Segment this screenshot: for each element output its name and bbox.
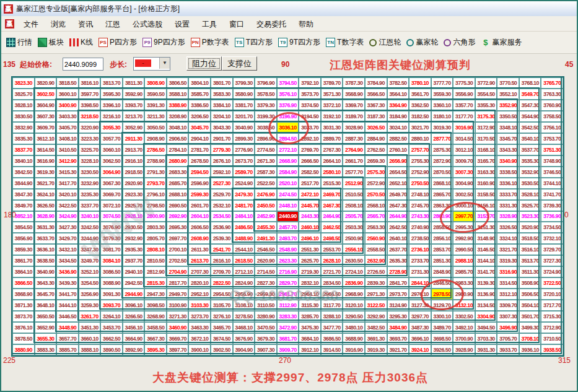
- matrix-cell[interactable]: 3549.70: [519, 89, 541, 100]
- matrix-cell[interactable]: 2584.90: [277, 167, 299, 178]
- matrix-cell[interactable]: 3170.50: [475, 133, 497, 144]
- matrix-cell[interactable]: 3792.10: [299, 77, 321, 89]
- matrix-cell[interactable]: 3729.70: [541, 244, 563, 255]
- matrix-cell[interactable]: 3105.70: [211, 300, 233, 311]
- matrix-cell[interactable]: 3400.90: [56, 100, 79, 111]
- matrix-cell[interactable]: 2493.70: [277, 233, 299, 244]
- matrix-cell[interactable]: 2743.30: [409, 211, 431, 222]
- toolbar-item[interactable]: 江恩轮: [369, 37, 401, 48]
- matrix-cell[interactable]: 2875.30: [431, 144, 453, 155]
- matrix-cell[interactable]: 3177.70: [453, 111, 475, 122]
- matrix-cell[interactable]: 3832.90: [12, 122, 35, 133]
- matrix-cell[interactable]: 3134.50: [475, 300, 497, 311]
- matrix-cell[interactable]: 2712.10: [233, 266, 255, 277]
- matrix-cell[interactable]: 2618.50: [233, 255, 255, 266]
- matrix-cell[interactable]: 3007.30: [453, 167, 475, 178]
- matrix-cell[interactable]: 2880.10: [409, 133, 431, 144]
- matrix-cell[interactable]: 3252.10: [79, 266, 101, 277]
- matrix-cell[interactable]: 3040.90: [233, 122, 255, 133]
- matrix-cell[interactable]: 2570.50: [365, 189, 387, 200]
- matrix-cell[interactable]: 3907.30: [255, 344, 277, 355]
- matrix-cell[interactable]: 2649.70: [387, 189, 409, 200]
- matrix-cell[interactable]: 3636.10: [35, 244, 57, 255]
- matrix-cell[interactable]: 2623.30: [277, 255, 299, 266]
- matrix-cell[interactable]: 3429.70: [56, 233, 79, 244]
- matrix-cell[interactable]: 3895.30: [144, 344, 167, 355]
- matrix-cell[interactable]: 3537.70: [519, 144, 541, 155]
- matrix-cell[interactable]: 2810.50: [144, 255, 167, 266]
- matrix-cell[interactable]: 3069.70: [100, 189, 123, 200]
- matrix-cell[interactable]: 2930.50: [123, 222, 145, 233]
- matrix-cell[interactable]: 3844.90: [12, 178, 35, 189]
- matrix-cell[interactable]: 2491.30: [255, 233, 277, 244]
- matrix-cell[interactable]: 2656.90: [387, 155, 409, 167]
- matrix-cell[interactable]: 3067.30: [100, 178, 123, 189]
- matrix-cell[interactable]: 3787.30: [343, 77, 365, 89]
- matrix-cell[interactable]: 3921.70: [387, 344, 409, 355]
- matrix-cell[interactable]: 2935.30: [123, 244, 145, 255]
- matrix-cell[interactable]: 3427.30: [56, 222, 79, 233]
- matrix-cell[interactable]: 2832.10: [299, 277, 321, 289]
- matrix-cell[interactable]: 2755.30: [409, 155, 431, 167]
- toolbar-item[interactable]: TST四方形: [235, 37, 273, 48]
- matrix-cell[interactable]: 2616.10: [211, 255, 233, 266]
- menu-item[interactable]: 窗口: [223, 18, 250, 30]
- matrix-cell[interactable]: 3048.10: [167, 122, 189, 133]
- matrix-cell[interactable]: 2443.30: [299, 211, 321, 222]
- matrix-cell[interactable]: 2971.30: [365, 289, 387, 300]
- matrix-cell[interactable]: 3216.10: [100, 111, 123, 122]
- matrix-cell[interactable]: 3081.70: [100, 244, 123, 255]
- matrix-cell[interactable]: 3492.10: [453, 322, 475, 333]
- matrix-cell[interactable]: 2726.50: [365, 266, 387, 277]
- matrix-cell[interactable]: 2455.30: [255, 222, 277, 233]
- matrix-cell[interactable]: 2769.70: [299, 144, 321, 155]
- matrix-cell[interactable]: 3885.70: [56, 344, 79, 355]
- matrix-cell[interactable]: 3619.30: [35, 167, 57, 178]
- matrix-cell[interactable]: 2961.70: [277, 289, 299, 300]
- matrix-cell[interactable]: 3271.30: [167, 311, 189, 322]
- matrix-cell[interactable]: 2868.10: [431, 178, 453, 189]
- matrix-cell[interactable]: 3415.30: [56, 167, 79, 178]
- matrix-cell[interactable]: 3460.90: [167, 322, 189, 333]
- matrix-cell[interactable]: 3628.90: [35, 211, 57, 222]
- matrix-cell[interactable]: 2486.50: [233, 222, 255, 233]
- matrix-cell[interactable]: 3451.30: [79, 322, 101, 333]
- matrix-cell[interactable]: 3799.30: [233, 77, 255, 89]
- matrix-cell[interactable]: 3470.50: [255, 322, 277, 333]
- matrix-cell[interactable]: 3468.10: [233, 322, 255, 333]
- matrix-cell[interactable]: 3196.90: [277, 111, 299, 122]
- matrix-cell[interactable]: 2942.50: [123, 277, 145, 289]
- matrix-cell[interactable]: 2640.10: [387, 233, 409, 244]
- matrix-cell[interactable]: 3108.10: [233, 300, 255, 311]
- matrix-cell[interactable]: 3861.70: [12, 255, 35, 266]
- matrix-cell[interactable]: 2522.50: [255, 178, 277, 189]
- matrix-cell[interactable]: 3746.50: [541, 167, 563, 178]
- matrix-cell[interactable]: 3518.50: [519, 233, 541, 244]
- matrix-cell[interactable]: 3444.10: [56, 300, 79, 311]
- matrix-cell[interactable]: 2700.10: [167, 244, 189, 255]
- matrix-cell[interactable]: 2908.90: [144, 133, 167, 144]
- matrix-cell[interactable]: 2532.10: [211, 200, 233, 211]
- matrix-cell[interactable]: 3782.50: [387, 77, 409, 89]
- matrix-cell[interactable]: 3775.30: [453, 77, 475, 89]
- matrix-cell[interactable]: 3760.90: [541, 100, 563, 111]
- matrix-cell[interactable]: 2760.10: [387, 144, 409, 155]
- matrix-cell[interactable]: 3700.90: [453, 333, 475, 344]
- matrix-cell[interactable]: 2556.10: [343, 244, 365, 255]
- matrix-cell[interactable]: 2476.90: [255, 189, 277, 200]
- matrix-cell[interactable]: 2517.70: [299, 178, 321, 189]
- matrix-cell[interactable]: 2980.90: [453, 289, 475, 300]
- matrix-cell[interactable]: 3187.30: [365, 111, 387, 122]
- matrix-cell[interactable]: 2560.90: [365, 233, 387, 244]
- matrix-cell[interactable]: 3146.50: [475, 244, 497, 255]
- matrix-cell[interactable]: 3669.70: [167, 333, 189, 344]
- matrix-cell[interactable]: 3938.50: [541, 344, 563, 355]
- matrix-cell[interactable]: 2668.90: [277, 155, 299, 167]
- matrix-cell[interactable]: 3163.30: [475, 167, 497, 178]
- matrix-cell[interactable]: 2956.90: [233, 289, 255, 300]
- matrix-cell[interactable]: 2815.30: [144, 277, 167, 289]
- matrix-cell[interactable]: 2824.90: [233, 277, 255, 289]
- matrix-cell[interactable]: 2719.30: [299, 266, 321, 277]
- matrix-cell[interactable]: 3362.50: [409, 100, 431, 111]
- matrix-cell[interactable]: 2488.90: [233, 233, 255, 244]
